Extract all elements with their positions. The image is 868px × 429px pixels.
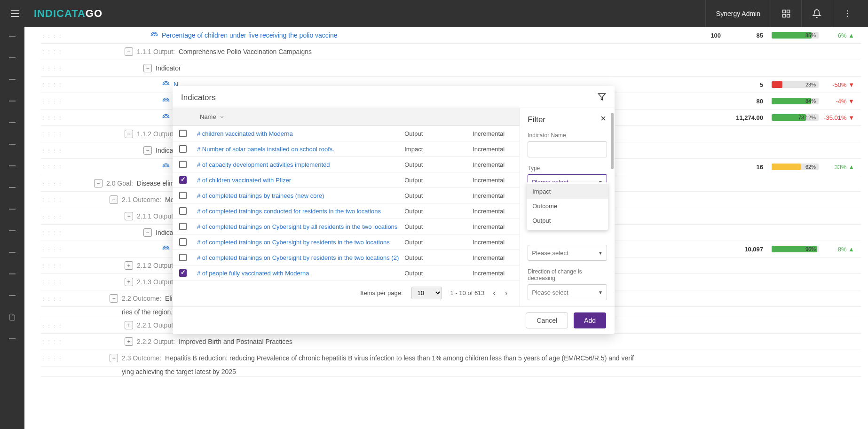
user-menu[interactable]: Synergy Admin: [705, 0, 771, 27]
svg-rect-2: [783, 15, 786, 17]
svg-rect-1: [787, 10, 790, 13]
svg-rect-0: [783, 10, 786, 13]
svg-point-6: [847, 16, 848, 17]
apps-button[interactable]: [771, 0, 801, 27]
svg-point-5: [847, 13, 848, 15]
notifications-button[interactable]: [801, 0, 832, 27]
more-vertical-icon: [843, 9, 852, 18]
svg-point-4: [847, 10, 848, 12]
bell-icon: [812, 9, 821, 18]
menu-toggle[interactable]: [6, 4, 24, 23]
logo-part1: INDICATA: [34, 8, 86, 19]
user-name: Synergy Admin: [716, 10, 760, 17]
topbar: INDICATAGO Synergy Admin: [0, 0, 868, 27]
topbar-right: Synergy Admin: [705, 0, 862, 27]
logo-part2: GO: [86, 8, 103, 19]
more-button[interactable]: [832, 0, 862, 27]
svg-rect-3: [787, 15, 790, 17]
hamburger-icon: [11, 10, 19, 17]
qr-grid-icon: [781, 9, 791, 18]
logo[interactable]: INDICATAGO: [34, 8, 103, 20]
